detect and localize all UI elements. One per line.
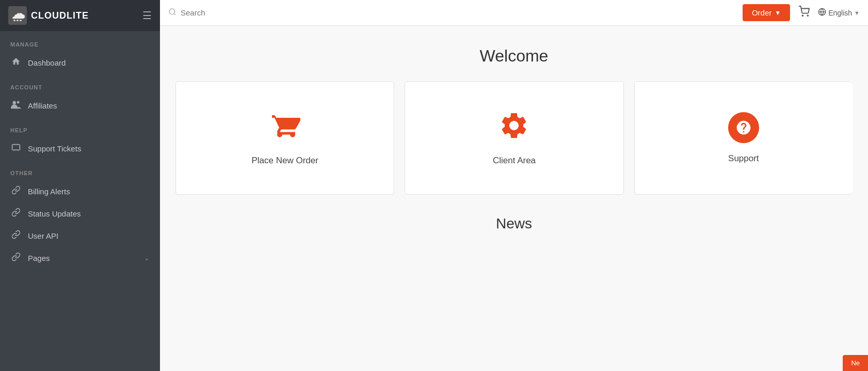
support-label: Support <box>728 153 759 164</box>
corner-notification: Ne <box>843 355 868 371</box>
sidebar-header: CLOUDLITE ☰ <box>0 0 160 31</box>
sidebar-item-affiliates[interactable]: Affiliates <box>0 95 160 117</box>
hamburger-icon[interactable]: ☰ <box>142 9 152 22</box>
sidebar-item-support-tickets[interactable]: Support Tickets <box>0 137 160 160</box>
topbar-right: Order ▼ English ▼ <box>743 4 860 22</box>
sidebar-item-billing-alerts[interactable]: Billing Alerts <box>0 180 160 203</box>
cart-icon[interactable] <box>796 4 812 22</box>
home-icon <box>10 57 22 69</box>
topbar: Order ▼ English ▼ <box>160 0 868 26</box>
welcome-title: Welcome <box>175 47 853 66</box>
svg-rect-3 <box>20 20 22 21</box>
support-tickets-label: Support Tickets <box>28 144 150 153</box>
sidebar-item-dashboard[interactable]: Dashboard <box>0 52 160 74</box>
order-button[interactable]: Order ▼ <box>743 4 790 21</box>
language-chevron-icon: ▼ <box>854 10 860 16</box>
logo-area: CLOUDLITE <box>8 6 89 25</box>
sidebar-section-manage: MANAGE Dashboard <box>0 31 160 74</box>
svg-rect-1 <box>13 20 15 21</box>
question-card-icon <box>728 112 759 143</box>
sidebar: CLOUDLITE ☰ MANAGE Dashboard ACCOUNT Aff… <box>0 0 160 371</box>
cart-card-icon <box>269 110 300 145</box>
billing-alerts-label: Billing Alerts <box>28 187 150 196</box>
affiliates-icon <box>10 100 22 112</box>
svg-rect-6 <box>12 145 20 150</box>
order-label: Order <box>752 8 771 17</box>
section-label-other: OTHER <box>0 160 160 180</box>
pages-label: Pages <box>28 254 138 262</box>
link-icon-status <box>10 208 22 220</box>
ticket-icon <box>10 143 22 154</box>
search-input[interactable] <box>181 8 738 17</box>
place-new-order-label: Place New Order <box>251 156 318 166</box>
svg-point-5 <box>17 101 20 103</box>
status-updates-label: Status Updates <box>28 209 150 218</box>
gear-card-icon <box>499 110 529 145</box>
user-api-label: User API <box>28 231 150 240</box>
svg-rect-2 <box>17 20 19 21</box>
sidebar-item-pages[interactable]: Pages ⌄ <box>0 247 160 269</box>
section-label-help: HELP <box>0 117 160 137</box>
sidebar-section-help: HELP Support Tickets <box>0 117 160 160</box>
sidebar-item-user-api[interactable]: User API <box>0 225 160 247</box>
svg-point-9 <box>802 15 803 16</box>
pages-chevron-icon: ⌄ <box>144 254 150 262</box>
client-area-label: Client Area <box>493 156 536 166</box>
card-place-new-order[interactable]: Place New Order <box>175 81 394 195</box>
card-support[interactable]: Support <box>634 81 853 195</box>
sidebar-item-status-updates[interactable]: Status Updates <box>0 203 160 225</box>
cards-row: Place New Order Client Area Support <box>175 81 853 195</box>
section-label-manage: MANAGE <box>0 31 160 52</box>
dashboard-label: Dashboard <box>28 58 150 67</box>
content-area: Welcome Place New Order Client Area <box>160 26 868 371</box>
order-chevron-icon: ▼ <box>775 9 781 17</box>
main-area: Order ▼ English ▼ Welcome P <box>160 0 868 371</box>
logo-text: CLOUDLITE <box>31 10 89 21</box>
svg-point-10 <box>808 15 809 16</box>
svg-line-8 <box>174 13 175 15</box>
link-icon-billing <box>10 186 22 197</box>
logo-icon <box>8 6 27 25</box>
affiliates-label: Affiliates <box>28 101 150 110</box>
language-selector[interactable]: English ▼ <box>818 8 860 18</box>
svg-point-4 <box>12 101 16 104</box>
globe-icon <box>818 8 826 18</box>
sidebar-section-other: OTHER Billing Alerts Status Updates User… <box>0 160 160 269</box>
language-label: English <box>828 9 852 17</box>
sidebar-section-account: ACCOUNT Affiliates <box>0 74 160 117</box>
svg-point-7 <box>169 9 175 14</box>
search-icon <box>168 8 176 18</box>
link-icon-pages <box>10 252 22 264</box>
card-client-area[interactable]: Client Area <box>405 81 623 195</box>
link-icon-api <box>10 230 22 242</box>
news-title: News <box>175 215 853 232</box>
section-label-account: ACCOUNT <box>0 74 160 95</box>
